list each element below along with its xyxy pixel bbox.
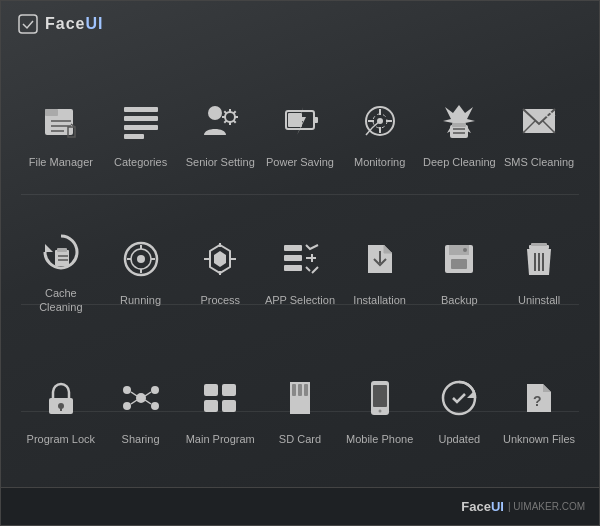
grid-item-sharing[interactable]: Sharing bbox=[102, 366, 180, 452]
svg-point-13 bbox=[225, 112, 235, 122]
grid-item-deep-cleaning[interactable]: Deep Cleaning bbox=[420, 89, 498, 175]
grid-item-app-selection[interactable]: APP Selection bbox=[261, 227, 339, 313]
grid-item-monitoring[interactable]: Monitoring bbox=[341, 89, 419, 175]
grid-item-senior-setting[interactable]: Senior Setting bbox=[181, 89, 259, 175]
installation-label: Installation bbox=[353, 293, 406, 307]
categories-label: Categories bbox=[114, 155, 167, 169]
grid-item-main-program[interactable]: Main Program bbox=[181, 366, 259, 452]
logo-icon bbox=[17, 13, 39, 35]
svg-rect-45 bbox=[284, 245, 302, 251]
svg-point-64 bbox=[136, 393, 146, 403]
svg-rect-78 bbox=[298, 384, 302, 396]
program-lock-label: Program Lock bbox=[27, 432, 95, 446]
svg-rect-73 bbox=[204, 384, 218, 396]
grid-item-installation[interactable]: Installation bbox=[341, 227, 419, 313]
svg-point-67 bbox=[123, 402, 131, 410]
deep-cleaning-icon bbox=[433, 95, 485, 147]
sd-card-icon bbox=[274, 372, 326, 424]
svg-rect-79 bbox=[304, 384, 308, 396]
logo-text: FaceUI bbox=[45, 15, 103, 33]
grid-item-uninstall[interactable]: Uninstall bbox=[500, 227, 578, 313]
grid-item-sms-cleaning[interactable]: SMS Cleaning bbox=[500, 89, 578, 175]
footer: FaceUI | UIMAKER.COM bbox=[1, 487, 599, 525]
grid-item-program-lock[interactable]: Program Lock bbox=[22, 366, 100, 452]
svg-point-68 bbox=[151, 402, 159, 410]
program-lock-icon bbox=[35, 372, 87, 424]
svg-line-20 bbox=[234, 111, 236, 113]
file-manager-label: File Manager bbox=[29, 155, 93, 169]
updated-icon bbox=[433, 372, 485, 424]
grid-item-unknown-files[interactable]: ? Unknown Files bbox=[500, 366, 578, 452]
svg-line-21 bbox=[225, 120, 227, 122]
svg-line-18 bbox=[225, 111, 227, 113]
logo-area: FaceUI bbox=[17, 13, 103, 35]
grid-item-categories[interactable]: Categories bbox=[102, 89, 180, 175]
svg-rect-49 bbox=[284, 265, 302, 271]
svg-rect-9 bbox=[124, 116, 158, 121]
process-icon bbox=[194, 233, 246, 285]
backup-label: Backup bbox=[441, 293, 478, 307]
svg-line-72 bbox=[145, 400, 151, 404]
app-container: FaceUI File Manager bbox=[0, 0, 600, 526]
footer-logo: FaceUI bbox=[461, 499, 504, 514]
grid-item-power-saving[interactable]: Power Saving bbox=[261, 89, 339, 175]
mobile-phone-label: Mobile Phone bbox=[346, 432, 413, 446]
svg-rect-2 bbox=[45, 109, 58, 116]
svg-text:?: ? bbox=[533, 393, 542, 409]
unknown-files-label: Unknown Files bbox=[503, 432, 575, 446]
grid-item-sd-card[interactable]: SD Card bbox=[261, 366, 339, 452]
backup-icon bbox=[433, 233, 485, 285]
svg-point-65 bbox=[123, 386, 131, 394]
grid-row-3: Program Lock Sharing bbox=[21, 366, 579, 452]
svg-point-54 bbox=[463, 248, 467, 252]
grid-item-cache-cleaning[interactable]: Cache Cleaning bbox=[22, 220, 100, 321]
svg-marker-37 bbox=[45, 244, 53, 252]
senior-setting-label: Senior Setting bbox=[186, 155, 255, 169]
power-saving-label: Power Saving bbox=[266, 155, 334, 169]
monitoring-icon bbox=[354, 95, 406, 147]
svg-line-19 bbox=[234, 120, 236, 122]
sms-cleaning-label: SMS Cleaning bbox=[504, 155, 574, 169]
categories-icon bbox=[115, 95, 167, 147]
svg-point-12 bbox=[208, 106, 222, 120]
svg-rect-29 bbox=[452, 123, 466, 127]
unknown-files-icon: ? bbox=[513, 372, 565, 424]
svg-rect-0 bbox=[19, 15, 37, 33]
monitoring-label: Monitoring bbox=[354, 155, 405, 169]
file-manager-icon bbox=[35, 95, 87, 147]
svg-point-66 bbox=[151, 386, 159, 394]
svg-rect-77 bbox=[292, 384, 296, 396]
svg-rect-11 bbox=[124, 134, 144, 139]
svg-rect-46 bbox=[284, 255, 302, 261]
grid-item-backup[interactable]: Backup bbox=[420, 227, 498, 313]
senior-setting-icon bbox=[194, 95, 246, 147]
svg-rect-39 bbox=[57, 248, 67, 252]
mobile-phone-icon bbox=[354, 372, 406, 424]
grid-item-process[interactable]: Process bbox=[181, 227, 259, 313]
grid-item-running[interactable]: Running bbox=[102, 227, 180, 313]
grid-container: File Manager Categories bbox=[1, 56, 599, 485]
process-label: Process bbox=[200, 293, 240, 307]
grid-item-updated[interactable]: Updated bbox=[420, 366, 498, 452]
sms-cleaning-icon bbox=[513, 95, 565, 147]
main-program-icon bbox=[194, 372, 246, 424]
uninstall-label: Uninstall bbox=[518, 293, 560, 307]
svg-rect-38 bbox=[55, 250, 69, 266]
svg-rect-81 bbox=[373, 385, 387, 407]
svg-marker-84 bbox=[467, 390, 475, 398]
grid-item-mobile-phone[interactable]: Mobile Phone bbox=[341, 366, 419, 452]
svg-rect-23 bbox=[314, 117, 318, 123]
svg-line-71 bbox=[131, 400, 137, 404]
app-selection-label: APP Selection bbox=[265, 293, 335, 307]
grid-item-file-manager[interactable]: File Manager bbox=[22, 89, 100, 175]
sharing-label: Sharing bbox=[122, 432, 160, 446]
main-program-label: Main Program bbox=[186, 432, 255, 446]
sharing-icon bbox=[115, 372, 167, 424]
cache-cleaning-icon bbox=[35, 226, 87, 278]
sd-card-label: SD Card bbox=[279, 432, 321, 446]
power-saving-icon bbox=[274, 95, 326, 147]
deep-cleaning-label: Deep Cleaning bbox=[423, 155, 496, 169]
svg-line-51 bbox=[312, 267, 318, 273]
svg-line-69 bbox=[131, 392, 137, 396]
running-label: Running bbox=[120, 293, 161, 307]
